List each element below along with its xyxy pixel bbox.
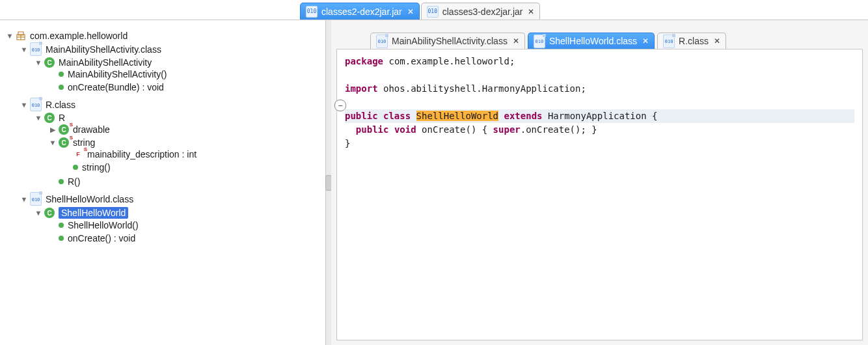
chevron-down-icon[interactable]: ▼ [34,209,43,217]
code-line: } [345,137,854,150]
tree-method[interactable]: onCreate(Bundle) : void [48,82,323,92]
close-icon[interactable]: ✕ [513,36,519,46]
tree-label: R [59,113,65,123]
tree-label: ShellHelloWorld() [68,220,139,230]
tree-label: R.class [46,100,75,110]
top-tab-classes2[interactable]: 010 classes2-dex2jar.jar ✕ [300,3,420,20]
static-field-icon: F [73,149,83,159]
tree-label: MainAbilityShellActivity [59,57,152,68]
tree-label: string() [82,162,111,172]
close-icon[interactable]: ✕ [528,7,534,16]
tree-label: drawable [73,124,110,135]
tree-label: MainAbilityShellActivity.class [46,44,161,55]
class-file-icon: 010 [663,34,675,48]
editor-tab-label: R.class [679,36,709,46]
chevron-down-icon[interactable]: ▼ [34,114,43,122]
class-icon: C [44,57,55,68]
tree-label: ShellHelloWorld.class [46,194,133,204]
tree-method[interactable]: R() [48,176,323,187]
tree-label: MainAbilityShellActivity() [68,69,167,79]
static-class-icon: C [59,137,69,148]
method-icon [59,72,64,77]
tree-label: onCreate() : void [68,233,135,243]
close-icon[interactable]: ✕ [714,36,720,46]
chevron-down-icon[interactable]: ▼ [20,195,29,203]
code-line: public void onCreate() { super.onCreate(… [345,123,854,137]
tree-method[interactable]: onCreate() : void [48,233,323,243]
tree-label: onCreate(Bundle) : void [68,82,164,92]
tree-package[interactable]: ▼ com.example.helloworld [5,31,323,41]
top-tab-label: classes3-dex2jar.jar [442,7,523,17]
method-icon [59,179,64,184]
tree-class-file[interactable]: ▼ 010 R.class [20,98,323,111]
chevron-down-icon[interactable]: ▼ [48,139,57,146]
method-icon [59,85,64,90]
class-file-icon: 010 [534,34,545,48]
class-file-icon: 010 [30,42,42,56]
tree-method[interactable]: MainAbilityShellActivity() [48,69,323,79]
editor-tab-main[interactable]: 010 MainAbilityShellActivity.class ✕ [370,33,525,49]
package-icon [16,31,26,41]
jar-icon: 010 [306,6,318,18]
tree-class[interactable]: ▼ C MainAbilityShellActivity [34,57,323,68]
method-icon [59,236,64,241]
editor-tab-r[interactable]: 010 R.class ✕ [657,33,726,49]
method-icon [59,223,64,228]
top-tab-bar: 010 classes2-dex2jar.jar ✕ 010 classes3-… [0,0,868,20]
tree-class-file[interactable]: ▼ 010 MainAbilityShellActivity.class [20,42,323,56]
class-icon: C [44,208,55,218]
tree-label: R() [68,176,80,187]
tree-method[interactable]: ShellHelloWorld() [48,220,323,230]
tree-field[interactable]: Fmainability_description : int [62,149,323,159]
chevron-down-icon[interactable]: ▼ [5,32,14,40]
tree-label: ShellHelloWorld [59,207,128,219]
tree-class-selected[interactable]: ▼ C ShellHelloWorld [34,207,323,219]
close-icon[interactable]: ✕ [642,36,649,46]
code-line [345,68,854,82]
editor-tab-label: ShellHelloWorld.class [549,36,637,46]
chevron-down-icon[interactable]: ▼ [20,46,29,53]
class-file-icon: 010 [376,34,388,48]
class-file-icon: 010 [30,192,42,206]
code-line-highlighted: public class ShellHelloWorld extends Har… [345,109,854,123]
package-explorer[interactable]: ▼ com.example.helloworld ▼ 010 MainAbili… [0,20,326,345]
code-line: import ohos.abilityshell.HarmonyApplicat… [345,82,854,96]
class-file-icon: 010 [30,98,42,111]
editor-tab-label: MainAbilityShellActivity.class [392,36,508,46]
splitter[interactable] [326,20,331,345]
tree-method[interactable]: string() [62,162,323,172]
code-line: package com.example.helloworld; [345,55,854,68]
close-icon[interactable]: ✕ [407,7,414,16]
fold-icon[interactable]: − [334,100,346,111]
chevron-down-icon[interactable]: ▼ [20,101,29,109]
jar-icon: 010 [427,6,439,18]
tree-class[interactable]: ▼ C R [34,113,323,123]
tree-label: mainability_description : int [87,149,197,159]
code-line [345,96,854,109]
method-icon [73,165,78,170]
top-tab-label: classes2-dex2jar.jar [321,7,402,17]
tree-class[interactable]: ▼Cstring [48,137,323,148]
top-tab-classes3[interactable]: 010 classes3-dex2jar.jar ✕ [421,3,541,20]
editor-tab-shell[interactable]: 010 ShellHelloWorld.class ✕ [528,33,655,49]
chevron-right-icon[interactable]: ▶ [48,126,57,134]
tree-label: com.example.helloworld [30,31,128,41]
tree-class-file[interactable]: ▼ 010 ShellHelloWorld.class [20,192,323,206]
static-class-icon: C [59,124,69,135]
editor-pane: 010 MainAbilityShellActivity.class ✕ 010… [331,20,868,345]
code-editor[interactable]: − package com.example.helloworld; import… [336,49,863,340]
class-icon: C [44,113,55,123]
tree-class[interactable]: ▶Cdrawable [48,124,323,135]
editor-tab-bar: 010 MainAbilityShellActivity.class ✕ 010… [331,20,868,49]
chevron-down-icon[interactable]: ▼ [34,59,43,66]
